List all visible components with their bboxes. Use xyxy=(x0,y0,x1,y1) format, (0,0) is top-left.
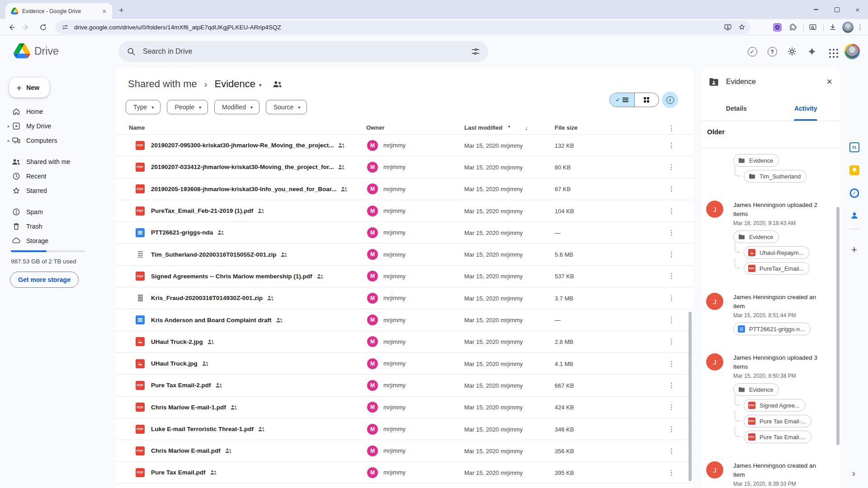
table-row[interactable]: UHaul Truck.jpgMmrjimmyMar 15, 2020 mrji… xyxy=(116,352,693,374)
file-name[interactable]: Pure Tax Email-2.pdf xyxy=(151,382,211,389)
column-file-size[interactable]: File size xyxy=(555,124,578,131)
row-more-icon[interactable]: ⋮ xyxy=(668,229,675,237)
help-icon[interactable]: ? xyxy=(763,42,781,61)
settings-gear-icon[interactable] xyxy=(783,42,801,61)
row-more-icon[interactable]: ⋮ xyxy=(668,403,675,411)
column-last-modified[interactable]: Last modified xyxy=(464,124,503,131)
window-close-button[interactable]: × xyxy=(847,0,868,19)
item-chip[interactable]: Evidence xyxy=(733,154,779,167)
keep-icon[interactable] xyxy=(849,165,859,175)
sidebar-item-trash[interactable]: Trash xyxy=(3,219,113,234)
gemini-sparkle-icon[interactable] xyxy=(803,42,821,61)
file-name[interactable]: Pure Tax Email.pdf xyxy=(151,469,206,476)
file-name[interactable]: Chris Marlow E-mail.pdf xyxy=(151,447,221,454)
file-name[interactable]: 20190205-193608-jhmarlow-kriskat30-Info_… xyxy=(151,186,336,192)
file-list-scrollbar[interactable] xyxy=(689,312,692,481)
search-input[interactable]: Search in Drive xyxy=(118,41,488,62)
item-chip[interactable]: PDFPure Tax Email.... xyxy=(744,431,811,443)
calendar-icon[interactable]: 31 xyxy=(849,142,859,152)
get-addons-plus-icon[interactable]: + xyxy=(849,245,859,255)
sort-direction-icon[interactable]: ↓ xyxy=(525,124,528,131)
row-more-icon[interactable]: ⋮ xyxy=(668,338,675,346)
column-owner[interactable]: Owner xyxy=(366,124,384,131)
column-name[interactable]: Name xyxy=(129,124,145,131)
row-more-icon[interactable]: ⋮ xyxy=(668,360,675,368)
extensions-puzzle-icon[interactable] xyxy=(787,21,799,33)
search-options-icon[interactable] xyxy=(471,47,480,56)
list-view-button[interactable]: ✓ xyxy=(610,93,634,107)
item-chip[interactable]: Evidence xyxy=(733,230,779,243)
file-name[interactable]: 20190207-095300-kriskat30-jhmarlow-Re_Mo… xyxy=(151,142,334,149)
url-text[interactable]: drive.google.com/drive/u/0/folders/14mXf… xyxy=(74,24,718,31)
expand-arrow-icon[interactable]: ▸ xyxy=(5,124,12,128)
browser-tab[interactable]: Evidence - Google Drive × xyxy=(5,3,112,19)
row-more-icon[interactable]: ⋮ xyxy=(668,207,675,215)
screenshot-extension-icon[interactable] xyxy=(771,21,783,33)
table-row[interactable]: PDF20190205-193608-jhmarlow-kriskat30-In… xyxy=(116,178,693,200)
hide-panel-chevron-icon[interactable]: › xyxy=(852,468,855,479)
row-more-icon[interactable]: ⋮ xyxy=(668,272,675,280)
browser-menu-icon[interactable]: ⋮ xyxy=(857,23,863,31)
sidebar-item-home[interactable]: Home xyxy=(3,104,113,119)
search-icon[interactable] xyxy=(127,47,136,56)
file-name[interactable]: Luke E-mail Terroristic Threat-1.pdf xyxy=(151,426,254,432)
details-info-button[interactable]: i xyxy=(662,92,678,108)
row-more-icon[interactable]: ⋮ xyxy=(668,316,675,324)
sidebar-item-recent[interactable]: Recent xyxy=(3,169,113,183)
sidebar-item-computers[interactable]: ▸Computers xyxy=(3,133,113,148)
sidebar-item-my-drive[interactable]: ▸My Drive xyxy=(3,119,113,133)
row-more-icon[interactable]: ⋮ xyxy=(668,469,675,477)
file-name[interactable]: Chris Marlow E-mail-1.pdf xyxy=(151,404,226,411)
offline-status-icon[interactable]: ✓ xyxy=(743,42,761,61)
table-row[interactable]: Kris_Fraud-20200316T014930Z-001.zipMmrji… xyxy=(116,287,693,309)
address-bar[interactable]: drive.google.com/drive/u/0/folders/14mXf… xyxy=(55,20,750,34)
table-row[interactable]: PDFChris Marlow E-mail.pdfMmrjimmyMar 15… xyxy=(116,440,693,461)
table-row[interactable]: UHaul Truck-2.jpgMmrjimmyMar 15, 2020 mr… xyxy=(116,331,693,352)
file-name[interactable]: Signed Agreements -- Chris Marlow member… xyxy=(151,273,312,280)
downloads-icon[interactable] xyxy=(826,21,839,33)
item-chip[interactable]: Uhaul-Repaym... xyxy=(744,246,810,259)
table-row[interactable]: PDF20190207-033412-jhmarlow-kriskat30-Mo… xyxy=(116,156,693,178)
google-apps-grid-icon[interactable] xyxy=(823,42,841,61)
reload-icon[interactable] xyxy=(36,20,50,34)
sidebar-item-spam[interactable]: Spam xyxy=(3,205,113,219)
window-minimize-button[interactable] xyxy=(806,0,826,19)
table-row[interactable]: PDFChris Marlow E-mail-1.pdfMmrjimmyMar … xyxy=(116,396,693,418)
table-row[interactable]: Kris Anderson and Board Complaint draftM… xyxy=(116,309,693,330)
item-chip[interactable]: Tim_Sutherland xyxy=(744,170,807,183)
file-name[interactable]: Kris_Fraud-20200316T014930Z-001.zip xyxy=(151,295,263,301)
row-more-icon[interactable]: ⋮ xyxy=(668,163,675,171)
new-tab-button[interactable]: + xyxy=(115,5,127,16)
breadcrumb-caret-icon[interactable]: ▾ xyxy=(259,82,262,88)
table-row[interactable]: PDFPure Tax Email.pdfMmrjimmyMar 15, 202… xyxy=(116,461,693,483)
breadcrumb-parent[interactable]: Shared with me xyxy=(125,78,200,90)
row-more-icon[interactable]: ⋮ xyxy=(668,250,675,258)
table-row[interactable]: PDFPure Tax Email-2.pdfMmrjimmyMar 15, 2… xyxy=(116,374,693,396)
item-chip[interactable]: PDFPureTax_Email... xyxy=(744,262,810,275)
item-chip[interactable]: Evidence xyxy=(733,383,779,396)
filter-chip-people[interactable]: People▾ xyxy=(167,100,208,114)
row-more-icon[interactable]: ⋮ xyxy=(668,425,675,433)
header-more-icon[interactable]: ⋮ xyxy=(668,124,675,132)
table-row[interactable]: PDF20190207-095300-kriskat30-jhmarlow-Re… xyxy=(116,134,693,156)
table-row[interactable]: PTT26621-griggs-ndaMmrjimmyMar 15, 2020 … xyxy=(116,221,693,243)
table-row[interactable]: PDFSigned Agreements -- Chris Marlow mem… xyxy=(116,265,693,287)
row-more-icon[interactable]: ⋮ xyxy=(668,141,675,150)
account-avatar[interactable] xyxy=(844,44,860,59)
file-name[interactable]: PureTax_Email_Feb-21-2019 (1).pdf xyxy=(151,207,253,214)
side-panel-search-icon[interactable] xyxy=(807,21,819,33)
site-info-tune-icon[interactable] xyxy=(61,23,69,31)
new-button[interactable]: + New xyxy=(9,78,49,98)
contacts-icon[interactable] xyxy=(849,211,859,221)
filter-chip-type[interactable]: Type▾ xyxy=(126,100,160,114)
filter-chip-source[interactable]: Source▾ xyxy=(266,100,307,114)
file-name[interactable]: 20190207-033412-jhmarlow-kriskat30-Movin… xyxy=(151,164,334,170)
item-chip[interactable]: PDFSigned Agree... xyxy=(744,399,806,412)
row-more-icon[interactable]: ⋮ xyxy=(668,381,675,389)
bookmark-star-icon[interactable] xyxy=(738,23,746,31)
tab-details[interactable]: Details xyxy=(702,96,771,121)
close-icon[interactable]: × xyxy=(826,76,833,88)
row-more-icon[interactable]: ⋮ xyxy=(668,185,675,193)
row-more-icon[interactable]: ⋮ xyxy=(668,294,675,302)
drive-logo-icon[interactable] xyxy=(14,43,30,58)
